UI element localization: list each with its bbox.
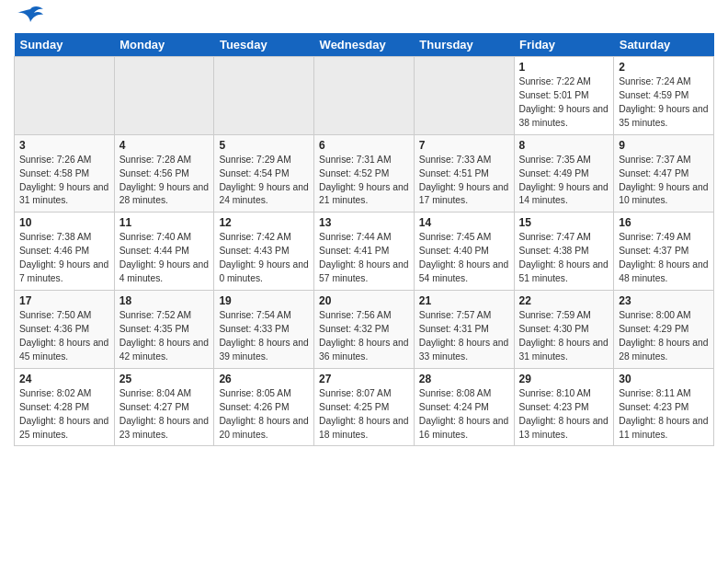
calendar-week-0: 1Sunrise: 7:22 AM Sunset: 5:01 PM Daylig… (15, 57, 714, 135)
day-number: 16 (619, 216, 709, 229)
day-info: Sunrise: 7:49 AM Sunset: 4:37 PM Dayligh… (619, 231, 709, 286)
day-info: Sunrise: 7:37 AM Sunset: 4:47 PM Dayligh… (619, 154, 709, 209)
calendar-cell: 1Sunrise: 7:22 AM Sunset: 5:01 PM Daylig… (514, 57, 614, 135)
day-info: Sunrise: 8:05 AM Sunset: 4:26 PM Dayligh… (219, 387, 309, 442)
calendar-cell: 2Sunrise: 7:24 AM Sunset: 4:59 PM Daylig… (614, 57, 714, 135)
day-info: Sunrise: 7:44 AM Sunset: 4:41 PM Dayligh… (319, 231, 409, 286)
calendar-cell: 28Sunrise: 8:08 AM Sunset: 4:24 PM Dayli… (414, 368, 514, 446)
day-number: 3 (19, 139, 109, 152)
day-number: 23 (619, 294, 709, 307)
calendar-cell: 14Sunrise: 7:45 AM Sunset: 4:40 PM Dayli… (414, 213, 514, 291)
day-info: Sunrise: 8:10 AM Sunset: 4:23 PM Dayligh… (519, 387, 609, 442)
day-info: Sunrise: 7:38 AM Sunset: 4:46 PM Dayligh… (19, 231, 109, 286)
day-number: 17 (19, 294, 109, 307)
day-number: 20 (319, 294, 409, 307)
calendar-cell: 18Sunrise: 7:52 AM Sunset: 4:35 PM Dayli… (114, 291, 214, 369)
day-info: Sunrise: 8:08 AM Sunset: 4:24 PM Dayligh… (419, 387, 509, 442)
calendar-cell: 5Sunrise: 7:29 AM Sunset: 4:54 PM Daylig… (214, 134, 314, 213)
day-number: 13 (319, 216, 409, 229)
day-number: 5 (219, 139, 309, 152)
calendar-cell: 17Sunrise: 7:50 AM Sunset: 4:36 PM Dayli… (15, 291, 115, 369)
weekday-header-friday: Friday (514, 33, 614, 57)
calendar-cell: 23Sunrise: 8:00 AM Sunset: 4:29 PM Dayli… (614, 291, 714, 369)
day-info: Sunrise: 7:50 AM Sunset: 4:36 PM Dayligh… (19, 309, 109, 364)
day-info: Sunrise: 7:33 AM Sunset: 4:51 PM Dayligh… (419, 154, 509, 209)
calendar-body: 1Sunrise: 7:22 AM Sunset: 5:01 PM Daylig… (15, 57, 714, 446)
day-number: 8 (519, 139, 609, 152)
main-container: SundayMondayTuesdayWednesdayThursdayFrid… (0, 0, 728, 455)
day-info: Sunrise: 8:00 AM Sunset: 4:29 PM Dayligh… (619, 309, 709, 364)
weekday-header-sunday: Sunday (15, 33, 115, 57)
day-number: 7 (419, 139, 509, 152)
day-number: 14 (419, 216, 509, 229)
day-info: Sunrise: 7:31 AM Sunset: 4:52 PM Dayligh… (319, 154, 409, 209)
day-info: Sunrise: 7:29 AM Sunset: 4:54 PM Dayligh… (219, 154, 309, 209)
day-info: Sunrise: 8:07 AM Sunset: 4:25 PM Dayligh… (319, 387, 409, 442)
calendar-cell: 8Sunrise: 7:35 AM Sunset: 4:49 PM Daylig… (514, 134, 614, 213)
weekday-header-row: SundayMondayTuesdayWednesdayThursdayFrid… (15, 33, 714, 57)
day-number: 15 (519, 216, 609, 229)
calendar-cell: 13Sunrise: 7:44 AM Sunset: 4:41 PM Dayli… (314, 213, 415, 291)
day-info: Sunrise: 8:04 AM Sunset: 4:27 PM Dayligh… (119, 387, 210, 442)
calendar-cell: 15Sunrise: 7:47 AM Sunset: 4:38 PM Dayli… (514, 213, 614, 291)
calendar-cell (114, 57, 214, 135)
day-info: Sunrise: 7:22 AM Sunset: 5:01 PM Dayligh… (519, 75, 609, 131)
day-info: Sunrise: 7:40 AM Sunset: 4:44 PM Dayligh… (119, 231, 210, 286)
day-info: Sunrise: 8:02 AM Sunset: 4:28 PM Dayligh… (19, 387, 109, 442)
calendar-cell: 11Sunrise: 7:40 AM Sunset: 4:44 PM Dayli… (114, 213, 214, 291)
calendar-cell: 24Sunrise: 8:02 AM Sunset: 4:28 PM Dayli… (15, 368, 115, 446)
day-info: Sunrise: 7:54 AM Sunset: 4:33 PM Dayligh… (219, 309, 309, 364)
calendar-cell: 3Sunrise: 7:26 AM Sunset: 4:58 PM Daylig… (15, 134, 115, 213)
weekday-header-wednesday: Wednesday (314, 33, 415, 57)
calendar-cell: 6Sunrise: 7:31 AM Sunset: 4:52 PM Daylig… (314, 134, 415, 213)
calendar-cell: 30Sunrise: 8:11 AM Sunset: 4:23 PM Dayli… (614, 368, 714, 446)
day-number: 2 (619, 61, 709, 74)
calendar-cell: 21Sunrise: 7:57 AM Sunset: 4:31 PM Dayli… (414, 291, 514, 369)
calendar-cell: 20Sunrise: 7:56 AM Sunset: 4:32 PM Dayli… (314, 291, 415, 369)
calendar-cell: 9Sunrise: 7:37 AM Sunset: 4:47 PM Daylig… (614, 134, 714, 213)
calendar-week-1: 3Sunrise: 7:26 AM Sunset: 4:58 PM Daylig… (15, 134, 714, 213)
logo-bird-icon (17, 6, 43, 26)
day-number: 25 (119, 373, 210, 385)
weekday-header-monday: Monday (114, 33, 214, 57)
day-number: 29 (519, 373, 609, 385)
calendar-cell (414, 57, 514, 135)
day-info: Sunrise: 7:35 AM Sunset: 4:49 PM Dayligh… (519, 154, 609, 209)
weekday-header-saturday: Saturday (614, 33, 714, 57)
day-number: 4 (119, 139, 210, 152)
calendar-week-2: 10Sunrise: 7:38 AM Sunset: 4:46 PM Dayli… (15, 213, 714, 291)
day-info: Sunrise: 7:57 AM Sunset: 4:31 PM Dayligh… (419, 309, 509, 364)
calendar-cell: 26Sunrise: 8:05 AM Sunset: 4:26 PM Dayli… (214, 368, 314, 446)
day-info: Sunrise: 7:28 AM Sunset: 4:56 PM Dayligh… (119, 154, 210, 209)
calendar-cell: 7Sunrise: 7:33 AM Sunset: 4:51 PM Daylig… (414, 134, 514, 213)
day-info: Sunrise: 7:45 AM Sunset: 4:40 PM Dayligh… (419, 231, 509, 286)
calendar-cell (15, 57, 115, 135)
calendar-cell: 10Sunrise: 7:38 AM Sunset: 4:46 PM Dayli… (15, 213, 115, 291)
day-number: 26 (219, 373, 309, 385)
calendar-cell: 27Sunrise: 8:07 AM Sunset: 4:25 PM Dayli… (314, 368, 415, 446)
calendar-cell: 29Sunrise: 8:10 AM Sunset: 4:23 PM Dayli… (514, 368, 614, 446)
day-info: Sunrise: 8:11 AM Sunset: 4:23 PM Dayligh… (619, 387, 709, 442)
day-number: 30 (619, 373, 709, 385)
day-number: 19 (219, 294, 309, 307)
header (14, 9, 714, 26)
day-number: 27 (319, 373, 409, 385)
day-info: Sunrise: 7:47 AM Sunset: 4:38 PM Dayligh… (519, 231, 609, 286)
calendar-table: SundayMondayTuesdayWednesdayThursdayFrid… (14, 33, 714, 446)
calendar-cell: 25Sunrise: 8:04 AM Sunset: 4:27 PM Dayli… (114, 368, 214, 446)
day-info: Sunrise: 7:52 AM Sunset: 4:35 PM Dayligh… (119, 309, 210, 364)
calendar-week-4: 24Sunrise: 8:02 AM Sunset: 4:28 PM Dayli… (15, 368, 714, 446)
day-info: Sunrise: 7:24 AM Sunset: 4:59 PM Dayligh… (619, 75, 709, 131)
calendar-cell (214, 57, 314, 135)
day-number: 18 (119, 294, 210, 307)
calendar-cell: 22Sunrise: 7:59 AM Sunset: 4:30 PM Dayli… (514, 291, 614, 369)
calendar-cell: 12Sunrise: 7:42 AM Sunset: 4:43 PM Dayli… (214, 213, 314, 291)
calendar-header: SundayMondayTuesdayWednesdayThursdayFrid… (15, 33, 714, 57)
weekday-header-tuesday: Tuesday (214, 33, 314, 57)
calendar-cell (314, 57, 415, 135)
day-number: 9 (619, 139, 709, 152)
day-number: 24 (19, 373, 109, 385)
day-number: 21 (419, 294, 509, 307)
calendar-cell: 19Sunrise: 7:54 AM Sunset: 4:33 PM Dayli… (214, 291, 314, 369)
weekday-header-thursday: Thursday (414, 33, 514, 57)
